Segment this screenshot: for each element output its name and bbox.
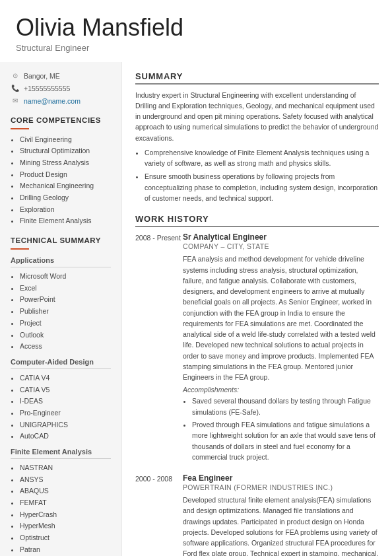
sidebar: ⊙ Bangor, ME 📞 +15555555555 ✉ name@name.…: [0, 62, 122, 556]
fea-list: NASTRAN ANSYS ABAQUS FEMFAT HyperCrash H…: [11, 463, 111, 556]
accomplishments-list-1: Saved several thousand dollars by testin…: [183, 396, 379, 462]
applications-subtitle: Applications: [11, 256, 111, 264]
contact-location: ⊙ Bangor, ME: [11, 71, 111, 81]
list-item: Optistruct: [20, 533, 111, 543]
list-item: ANSYS: [20, 475, 111, 485]
work-details-1: Sr Analytical Engineer COMPANY – CITY, S…: [183, 232, 379, 464]
list-item: Structural Optimization: [20, 146, 111, 156]
contact-phone-text: +15555555555: [24, 85, 70, 92]
list-item: AutoCAD: [20, 431, 111, 441]
list-item: HyperCrash: [20, 510, 111, 520]
list-item: I-DEAS: [20, 396, 111, 406]
applications-divider: [11, 267, 111, 267]
list-item: Outlook: [20, 330, 111, 340]
candidate-name: Olivia Mansfield: [16, 15, 376, 41]
list-item: Finite Element Analysis: [20, 216, 111, 226]
email-icon: ✉: [11, 96, 20, 106]
list-item: Project: [20, 318, 111, 328]
resume-page: Olivia Mansfield Structural Engineer ⊙ B…: [0, 0, 392, 556]
fea-divider: [11, 458, 111, 459]
core-competencies-list: Civil Engineering Structural Optimizatio…: [11, 135, 111, 226]
list-item: Product Design: [20, 170, 111, 180]
contact-email: ✉ name@name.com: [11, 96, 111, 106]
list-item: Comprehensive knowledge of Finite Elemen…: [145, 147, 379, 169]
cad-divider: [11, 368, 111, 369]
work-date-1: 2008 - Present: [135, 232, 183, 464]
list-item: FEMFAT: [20, 498, 111, 508]
work-history-section: WORK HISTORY 2008 - Present Sr Analytica…: [135, 214, 379, 556]
work-description-2: Developed structural finite element anal…: [183, 495, 379, 556]
contact-location-text: Bangor, ME: [24, 72, 60, 80]
list-item: Civil Engineering: [20, 135, 111, 145]
core-competencies-divider: [11, 128, 29, 129]
contact-email-text: name@name.com: [24, 97, 81, 105]
technical-summary-section: TECHNICAL SUMMARY Applications Microsoft…: [11, 236, 111, 556]
list-item: PowerPoint: [20, 295, 111, 304]
cad-list: CATIA V4 CATIA V5 I-DEAS Pro-Engineer UN…: [11, 373, 111, 441]
list-item: Ensure smooth business operations by fol…: [145, 171, 379, 203]
list-item: Microsoft Word: [20, 271, 111, 281]
work-entry-2: 2000 - 2008 Fea Engineer POWERTRAIN (FOR…: [135, 473, 379, 556]
work-entry-1: 2008 - Present Sr Analytical Engineer CO…: [135, 232, 379, 464]
work-company-1: COMPANY – CITY, STATE: [183, 242, 379, 250]
list-item: Proved through FEA simulations and fatig…: [192, 419, 379, 462]
fea-subtitle: Finite Element Analysis: [11, 448, 111, 456]
technical-summary-divider: [11, 248, 29, 250]
work-job-title-2: Fea Engineer: [183, 473, 379, 483]
work-details-2: Fea Engineer POWERTRAIN (FORMER INDUSTRI…: [183, 473, 379, 556]
list-item: Mining Stress Analysis: [20, 158, 111, 168]
list-item: Exploration: [20, 205, 111, 215]
main-body: ⊙ Bangor, ME 📞 +15555555555 ✉ name@name.…: [0, 62, 392, 556]
core-competencies-section: CORE COMPETENCIES Civil Engineering Stru…: [11, 116, 111, 226]
work-history-title: WORK HISTORY: [135, 214, 379, 227]
phone-icon: 📞: [11, 84, 20, 93]
list-item: Publisher: [20, 306, 111, 316]
list-item: CATIA V5: [20, 385, 111, 395]
main-content: SUMMARY Industry expert in Structural En…: [122, 62, 392, 556]
list-item: Saved several thousand dollars by testin…: [192, 396, 379, 417]
list-item: Mechanical Engineering: [20, 181, 111, 191]
cad-subtitle: Computer-Aided Design: [11, 358, 111, 366]
work-date-2: 2000 - 2008: [135, 473, 183, 556]
header-section: Olivia Mansfield Structural Engineer: [0, 0, 392, 62]
technical-summary-title: TECHNICAL SUMMARY: [11, 236, 111, 244]
list-item: Excel: [20, 283, 111, 293]
accomplishments-label-1: Accomplishments:: [183, 386, 379, 394]
summary-section-title: SUMMARY: [135, 71, 379, 85]
list-item: CATIA V4: [20, 373, 111, 383]
contact-phone: 📞 +15555555555: [11, 84, 111, 93]
candidate-title: Structural Engineer: [16, 43, 376, 53]
work-company-2: POWERTRAIN (FORMER INDUSTRIES INC.): [183, 483, 379, 491]
summary-paragraph: Industry expert in Structural Engineerin…: [135, 90, 379, 143]
list-item: ABAQUS: [20, 486, 111, 496]
list-item: HyperMesh: [20, 521, 111, 531]
work-description-1: FEA analysis and method development for …: [183, 254, 379, 382]
location-icon: ⊙: [11, 71, 20, 81]
list-item: Pro-Engineer: [20, 408, 111, 418]
work-job-title-1: Sr Analytical Engineer: [183, 232, 379, 242]
list-item: NASTRAN: [20, 463, 111, 473]
list-item: Access: [20, 341, 111, 351]
summary-bullets-list: Comprehensive knowledge of Finite Elemen…: [135, 147, 379, 203]
summary-section: SUMMARY Industry expert in Structural En…: [135, 71, 379, 204]
list-item: Drilling Geology: [20, 193, 111, 203]
applications-list: Microsoft Word Excel PowerPoint Publishe…: [11, 271, 111, 351]
list-item: UNIGRAPHICS: [20, 420, 111, 430]
core-competencies-title: CORE COMPETENCIES: [11, 116, 111, 124]
list-item: Patran: [20, 545, 111, 555]
